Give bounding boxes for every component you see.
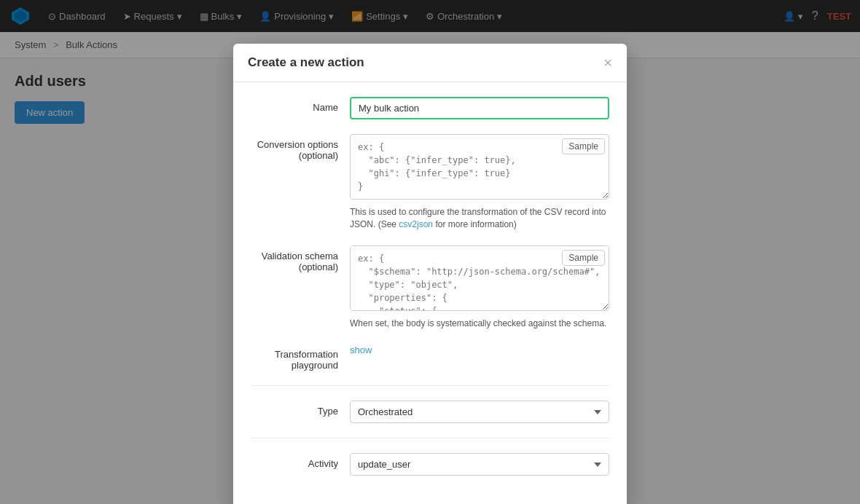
modal-close-button[interactable]: × [603, 55, 612, 70]
name-input-wrap [350, 97, 609, 119]
modal-header: Create a new action × [233, 44, 627, 82]
conversion-textarea-wrap: Sample [350, 134, 609, 138]
conversion-options-label: Conversion options (optional) [251, 134, 338, 138]
conversion-options-row: Conversion options (optional) Sample Thi… [251, 134, 609, 138]
conversion-options-wrap: Sample This is used to configure the tra… [350, 134, 609, 138]
modal-overlay: Create a new action × Name Conversion op… [0, 0, 860, 138]
name-input[interactable] [350, 97, 609, 119]
create-action-modal: Create a new action × Name Conversion op… [233, 44, 627, 138]
modal-body: Name Conversion options (optional) Sampl… [233, 82, 627, 138]
modal-title: Create a new action [248, 55, 364, 70]
name-field-row: Name [251, 97, 609, 119]
name-label: Name [251, 97, 338, 113]
